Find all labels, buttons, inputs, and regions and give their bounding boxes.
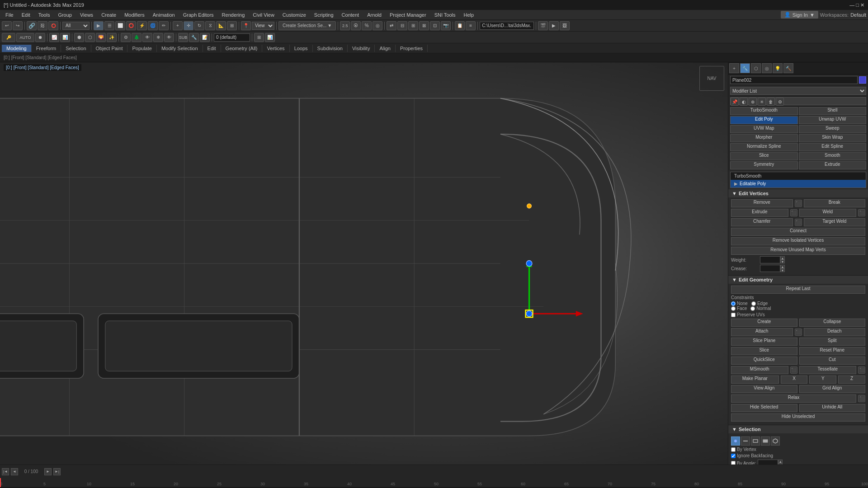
extrude-btn[interactable]: Extrude — [731, 209, 788, 217]
crease-dn-btn[interactable]: ▼ — [780, 268, 785, 272]
weight-up-btn[interactable]: ▲ — [780, 256, 785, 260]
motion-tab[interactable]: ◎ — [762, 63, 772, 73]
color-swatch[interactable] — [859, 76, 866, 84]
slice-plane-btn[interactable]: Slice Plane — [731, 338, 797, 346]
by-angle-check[interactable] — [731, 461, 736, 465]
effects-btn[interactable]: ✨ — [107, 33, 117, 42]
create-geom-btn[interactable]: Create — [731, 319, 797, 327]
edit-tab[interactable]: Edit — [203, 45, 221, 52]
remove-settings-icon[interactable]: ⬛ — [795, 200, 802, 207]
curve-editor-btn[interactable]: 📈 — [49, 33, 59, 42]
viewport[interactable]: [0:] [Front] [Standard] [Edged Faces] NA… — [0, 62, 728, 465]
rotate-button[interactable]: ↻ — [194, 21, 204, 30]
remove-unused-btn[interactable]: Remove Unused Map Verts — [731, 247, 865, 255]
menu-animation[interactable]: Animation — [149, 11, 179, 19]
align-tab[interactable]: Align — [375, 45, 395, 52]
menu-tools[interactable]: Tools — [35, 11, 54, 19]
symmetry-btn[interactable]: Symmetry — [730, 161, 798, 169]
populate-tab[interactable]: Populate — [127, 45, 156, 52]
go-end-btn[interactable]: ►| — [53, 468, 61, 475]
unhide-all-btn[interactable]: Unhide All — [799, 404, 866, 412]
maximize-btn[interactable]: □ — [856, 2, 859, 8]
weld-btn[interactable]: Weld — [799, 209, 857, 217]
frame-track[interactable]: 0 5 10 15 20 25 30 35 40 45 50 55 60 65 … — [0, 478, 868, 487]
menu-content[interactable]: Content — [338, 11, 363, 19]
loops-tab[interactable]: Loops — [290, 45, 313, 52]
preserve-uvs-check[interactable] — [731, 313, 736, 317]
selection-header[interactable]: ▼ Selection — [728, 425, 868, 433]
remove-isolated-btn[interactable]: Remove Isolated Vertices — [731, 237, 865, 245]
chamfer-settings-icon[interactable]: ⬛ — [795, 219, 802, 226]
edge-sel-icon[interactable] — [741, 436, 750, 446]
extrude-btn[interactable]: Extrude — [799, 161, 867, 169]
hide-selected-btn[interactable]: Hide Selected — [731, 404, 797, 412]
circle-select-button[interactable]: ⭕ — [126, 21, 136, 30]
menu-group[interactable]: Group — [54, 11, 75, 19]
stats-btn[interactable]: 📊 — [265, 33, 275, 42]
geometry-all-tab[interactable]: Geometry (All) — [221, 45, 263, 52]
connect-btn[interactable]: Connect — [731, 228, 865, 236]
rect-select-button[interactable]: ⬜ — [115, 21, 125, 30]
menu-views[interactable]: Views — [76, 11, 97, 19]
create-tab[interactable]: + — [729, 63, 739, 73]
properties-tab[interactable]: Properties — [396, 45, 428, 52]
menu-arnold[interactable]: Arnold — [363, 11, 385, 19]
menu-customize[interactable]: Customize — [279, 11, 310, 19]
sweep-btn[interactable]: Sweep — [799, 125, 867, 133]
menu-rendering[interactable]: Rendering — [218, 11, 249, 19]
menu-scripting[interactable]: Scripting — [311, 11, 337, 19]
normal-radio[interactable] — [750, 306, 755, 311]
anim-mode-btn[interactable]: ⏺ — [35, 33, 45, 42]
turbosm-stack-item[interactable]: TurboSmooth — [731, 172, 866, 180]
ignore-bf-check-label[interactable]: Ignore Backfacing — [731, 453, 773, 458]
smooth-btn[interactable]: Smooth — [799, 152, 867, 160]
normspline-btn[interactable]: Normalize Spline — [730, 143, 798, 151]
collapse-btn[interactable]: Collapse — [799, 319, 866, 327]
render-button[interactable]: ▶ — [549, 21, 559, 30]
angle-input[interactable]: 45.0 — [758, 460, 778, 465]
utilities-tab[interactable]: 🔨 — [783, 63, 793, 73]
morpher-btn[interactable]: Morpher — [730, 134, 798, 142]
prev-frame-btn[interactable]: ◄ — [11, 468, 18, 475]
view-align-btn[interactable]: View Align — [731, 385, 797, 393]
break-btn[interactable]: Break — [804, 199, 866, 207]
menu-file[interactable]: File — [2, 11, 17, 19]
relax-btn[interactable]: Relax — [731, 394, 856, 403]
snap-spinner-button[interactable]: ◎ — [373, 21, 382, 30]
make-planar-btn[interactable]: Make Planar — [731, 375, 779, 384]
align-camera-button[interactable]: 📷 — [441, 21, 451, 30]
dope-sheet-btn[interactable]: 📊 — [60, 33, 70, 42]
split-btn[interactable]: Split — [799, 338, 866, 346]
mirror-button[interactable]: ⇄ — [387, 21, 396, 30]
crease-up-btn[interactable]: ▲ — [780, 265, 785, 268]
attach-btn[interactable]: Attach — [731, 328, 793, 336]
shell-btn[interactable]: Shell — [799, 107, 867, 115]
render-frame-window[interactable]: 🖼 — [560, 21, 570, 30]
face-radio-label[interactable]: Face — [731, 306, 747, 311]
uvwmap-btn[interactable]: UVW Map — [730, 125, 798, 133]
quickslice-btn[interactable]: QuickSlice — [731, 357, 797, 365]
msmooth-settings-icon[interactable]: ⬛ — [790, 366, 797, 374]
vertex-sel-icon[interactable] — [731, 436, 740, 446]
freeze-btn[interactable]: ❄ — [153, 33, 163, 42]
snap-percent-button[interactable]: % — [362, 21, 372, 30]
select-object-button[interactable]: ▶ — [94, 21, 104, 30]
ignore-bf-check[interactable] — [731, 454, 736, 458]
y-btn[interactable]: Y — [809, 375, 836, 384]
editpoly-stack-item[interactable]: ▶ Editable Poly — [731, 180, 866, 188]
tessellate-btn[interactable]: Tessellate — [799, 366, 857, 374]
material-editor-btn[interactable]: ⬡ — [85, 33, 95, 42]
make-unique-btn[interactable]: ✳ — [758, 98, 766, 106]
select-name-button[interactable]: ☰ — [104, 21, 114, 30]
weight-dn-btn[interactable]: ▼ — [780, 260, 785, 263]
set-key-btn[interactable]: 🔑 — [2, 33, 15, 42]
place-highlight-button[interactable]: ⊡ — [430, 21, 440, 30]
go-start-btn[interactable]: |◄ — [2, 468, 9, 475]
slice-geom-btn[interactable]: Slice — [731, 347, 797, 355]
filter-dropdown[interactable]: All — [62, 22, 90, 30]
configure-modifier-btn[interactable]: ⚙ — [776, 98, 784, 106]
remove-modifier-btn[interactable]: 🗑 — [767, 98, 775, 106]
by-vertex-check-label[interactable]: By Vertex — [731, 447, 756, 452]
ref-coord-button[interactable]: 📍 — [241, 21, 251, 30]
menu-graph-editors[interactable]: Graph Editors — [179, 11, 217, 19]
